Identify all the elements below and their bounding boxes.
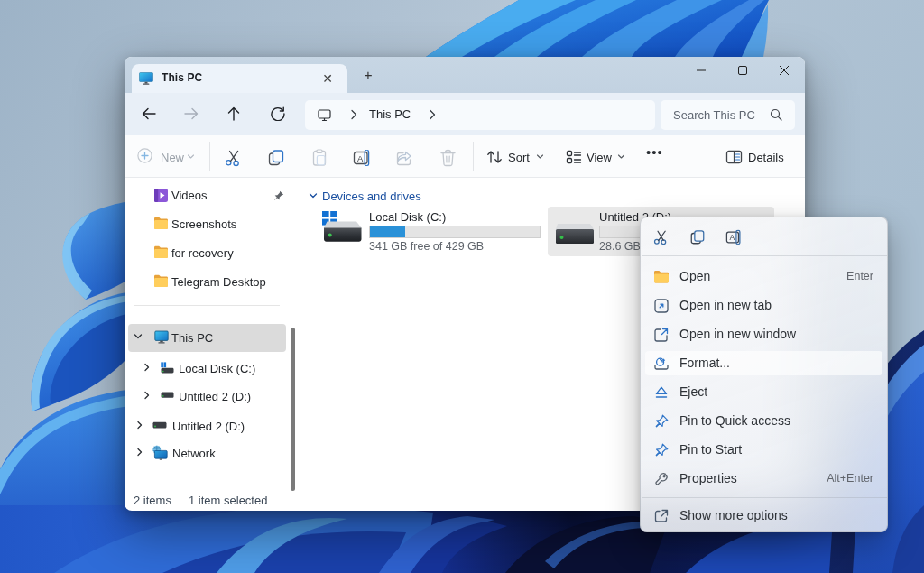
- svg-text:A: A: [357, 153, 364, 163]
- svg-text:A: A: [730, 233, 735, 242]
